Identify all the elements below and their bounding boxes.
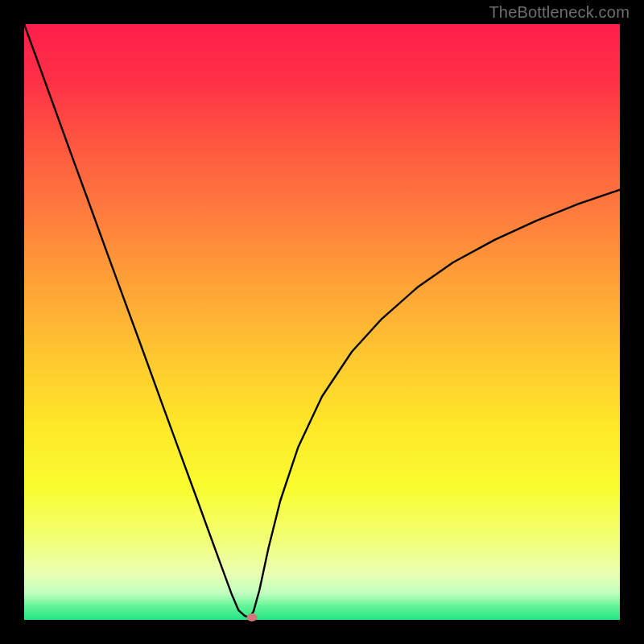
optimal-point-marker [247,613,258,621]
bottleneck-curve [24,24,620,620]
watermark-text: TheBottleneck.com [489,3,630,22]
chart-frame [24,24,620,620]
